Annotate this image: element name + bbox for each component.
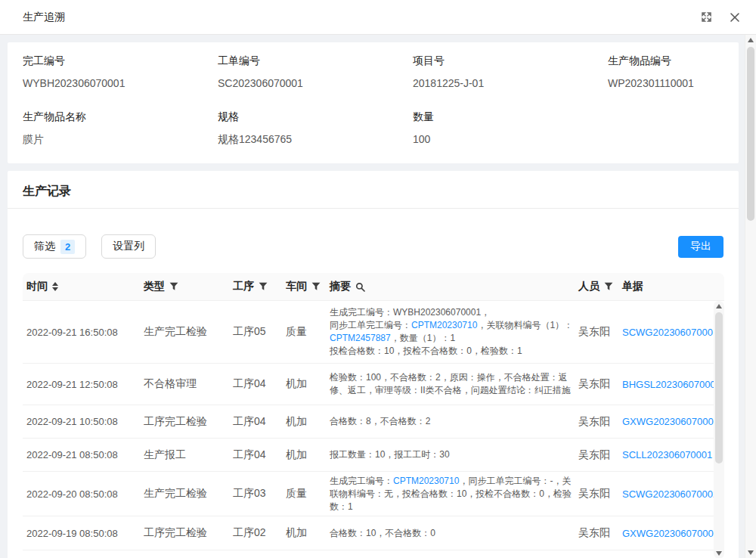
filter-icon[interactable] [311, 282, 321, 291]
document-link[interactable]: SCLL202306070001 [622, 449, 712, 460]
modal-title: 生产追溯 [23, 11, 65, 24]
cell-process: 工序04 [229, 415, 282, 429]
cell-summary: 报工数量：10，报工工时：30 [326, 448, 575, 461]
cell-type: 工序完工检验 [140, 526, 229, 540]
column-header-label: 车间 [286, 280, 307, 293]
cell-document: GXWG202306070002 [618, 528, 714, 539]
fullscreen-icon[interactable] [700, 11, 712, 23]
cell-type: 工序完工检验 [140, 415, 229, 429]
summary-text: 检验数：100，不合格数：2，原因：操作，不合格处置：返修、返工，审理等级：II… [330, 372, 571, 395]
order-info-fields: 完工编号 WYBH202306070001工单编号 SC202306070001… [23, 54, 723, 147]
table-row: 2022-09-21 16:50:08生产完工检验工序05质量生成完工编号：WY… [23, 301, 714, 364]
summary-link[interactable]: CPTM20230710 [393, 476, 459, 486]
cell-person: 吴东阳 [575, 526, 618, 540]
table-row: 2022-09-20 08:50:08生产完工检验工序03质量生成完工编号：CP… [23, 472, 714, 516]
modal-header: 生产追溯 [0, 0, 756, 35]
cell-person: 吴东阳 [575, 415, 618, 429]
cell-time: 2022-09-21 10:50:08 [23, 416, 140, 427]
table-row: 2022-09-21 08:50:08生产报工工序04机加报工数量：10，报工工… [23, 439, 714, 472]
cell-type: 生产完工检验 [140, 487, 229, 501]
cell-process: 工序04 [229, 377, 282, 391]
document-link[interactable]: BHGSL202306070001 [622, 379, 714, 390]
search-icon[interactable] [355, 282, 365, 292]
close-icon[interactable] [729, 11, 741, 23]
export-button[interactable]: 导出 [678, 236, 723, 258]
field-value: 膜片 [23, 133, 218, 147]
field-value: 20181225-J-01 [413, 77, 608, 89]
set-columns-label: 设置列 [113, 240, 144, 253]
field-value: 100 [413, 133, 608, 145]
set-columns-button[interactable]: 设置列 [101, 234, 156, 259]
document-link[interactable]: SCWG202306070002 [622, 488, 714, 500]
cell-summary: 合格数：10，不合格数：0 [326, 527, 575, 540]
summary-text: 合格数：10，不合格数：0 [330, 528, 435, 538]
filter-icon[interactable] [604, 282, 613, 291]
cell-document: SCLL202306070001 [618, 449, 714, 460]
modal-body: 完工编号 WYBH202306070001工单编号 SC202306070001… [0, 35, 745, 558]
cell-workshop: 机加 [282, 377, 326, 391]
table-body: 2022-09-21 16:50:08生产完工检验工序05质量生成完工编号：WY… [23, 301, 714, 558]
cell-type: 生产报工 [140, 448, 229, 462]
column-header-label: 单据 [622, 280, 643, 293]
cell-document: BHGSL202306070001 [618, 379, 714, 390]
cell-workshop: 机加 [282, 415, 326, 429]
table-scrollbar-thumb [715, 312, 723, 463]
summary-link[interactable]: CPTM2457887 [330, 333, 391, 343]
cell-summary: 检验数：100，不合格数：2，原因：操作，不合格处置：返修、返工，审理等级：II… [326, 371, 575, 397]
field-label: 规格 [218, 110, 413, 124]
field-label: 完工编号 [23, 54, 218, 68]
column-header: 人员 [575, 273, 618, 300]
table-row: 2022-09-21 10:50:08工序完工检验工序04机加合格数：8，不合格… [23, 405, 714, 439]
column-header: 类型 [140, 273, 229, 300]
cell-person: 吴东阳 [575, 448, 618, 462]
document-link[interactable]: SCWG202306070001 [622, 327, 714, 338]
field-label: 工单编号 [218, 54, 413, 68]
document-link[interactable]: GXWG202306070002 [622, 528, 714, 539]
summary-text: ，关联物料编号（1）： [477, 320, 573, 330]
cell-summary: 生成完工编号：CPTM20230710，同步工单完工编号：-，关联物料编号：无，… [326, 475, 575, 513]
cell-process: 工序05 [229, 325, 282, 339]
info-field: 项目号 20181225-J-01 [413, 54, 608, 89]
cell-type: 不合格审理 [140, 377, 229, 391]
info-field: 工单编号 SC202306070001 [218, 54, 413, 89]
cell-document: SCWG202306070001 [618, 327, 714, 338]
cell-workshop: 机加 [282, 448, 326, 462]
page-scrollbar[interactable] [745, 35, 756, 558]
cell-time: 2022-09-21 16:50:08 [23, 327, 140, 338]
column-header: 摘要 [326, 273, 575, 300]
field-label: 项目号 [413, 54, 608, 68]
field-label: 生产物品编号 [608, 54, 723, 68]
filter-icon[interactable] [169, 282, 178, 291]
info-field: 生产物品编号 WP202301110001 [608, 54, 723, 89]
filter-button-label: 筛选 [34, 240, 55, 253]
filter-icon[interactable] [259, 282, 268, 291]
table-scrollbar[interactable] [714, 301, 724, 558]
info-field: 数量 100 [413, 110, 608, 147]
column-header-label: 摘要 [330, 280, 351, 293]
cell-workshop: 机加 [282, 526, 326, 540]
field-label: 数量 [413, 110, 608, 124]
cell-document: SCWG202306070002 [618, 488, 714, 500]
column-header-label: 类型 [144, 280, 165, 293]
filter-button[interactable]: 筛选 2 [23, 234, 86, 259]
cell-time: 2022-09-21 08:50:08 [23, 449, 140, 460]
column-header: 车间 [282, 273, 326, 300]
cell-summary: 生成完工编号：WYBH202306070001， 同步工单完工编号：CPTM20… [326, 306, 575, 358]
cell-person: 吴东阳 [575, 487, 618, 501]
section-title: 生产记录 [8, 171, 739, 208]
column-header: 时间 [23, 273, 140, 300]
sort-icon[interactable] [52, 282, 58, 291]
summary-link[interactable]: CPTM20230710 [411, 320, 477, 330]
document-link[interactable]: GXWG202306070001 [622, 416, 714, 427]
column-header: 工序 [229, 273, 282, 300]
records-toolbar: 筛选 2 设置列 导出 [23, 234, 723, 259]
field-label: 生产物品名称 [23, 110, 218, 124]
summary-text: 合格数：8，不合格数：2 [330, 416, 430, 426]
info-field: 生产物品名称 膜片 [23, 110, 218, 147]
cell-workshop: 质量 [282, 487, 326, 501]
info-field: 规格 规格123456765 [218, 110, 413, 147]
cell-process: 工序03 [229, 487, 282, 501]
column-header-label: 工序 [233, 280, 254, 293]
cell-person: 吴东阳 [575, 325, 618, 339]
field-value: SC202306070001 [218, 77, 413, 89]
